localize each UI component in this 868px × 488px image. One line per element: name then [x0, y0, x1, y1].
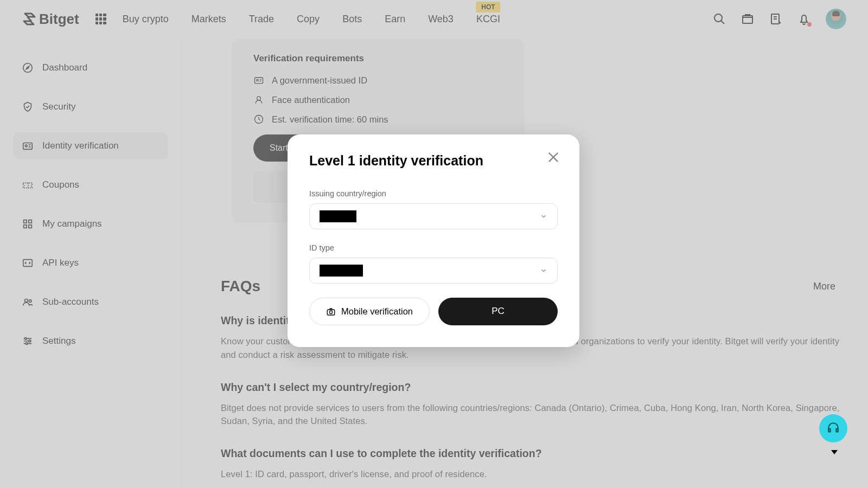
country-select[interactable]: [309, 203, 558, 229]
kyc-modal: Level 1 identity verification Issuing co…: [288, 134, 579, 347]
headset-icon: [826, 421, 840, 435]
modal-title: Level 1 identity verification: [309, 153, 558, 169]
chevron-down-icon: [540, 213, 547, 220]
support-fab[interactable]: [819, 414, 847, 442]
mobile-verification-button[interactable]: Mobile verification: [309, 298, 430, 325]
camera-icon: [326, 307, 336, 317]
country-label: Issuing country/region: [309, 189, 558, 198]
pc-button[interactable]: PC: [438, 298, 558, 325]
idtype-label: ID type: [309, 243, 558, 252]
idtype-select[interactable]: [309, 258, 558, 284]
fab-indicator-icon: [831, 450, 838, 454]
close-icon[interactable]: [546, 150, 561, 165]
mobile-verification-label: Mobile verification: [341, 306, 413, 317]
country-value-redacted: [320, 210, 356, 222]
chevron-down-icon: [540, 267, 547, 274]
idtype-value-redacted: [320, 265, 363, 277]
svg-point-21: [329, 311, 332, 313]
